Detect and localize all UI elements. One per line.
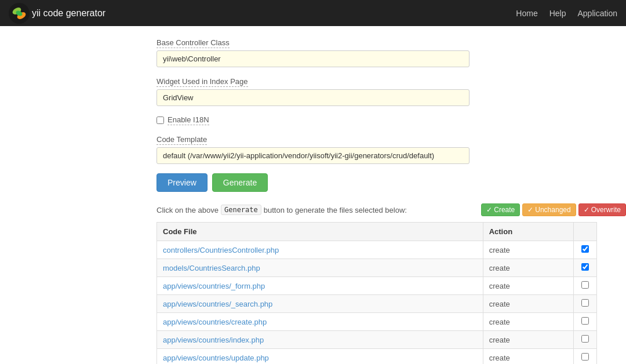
file-link[interactable]: app/views/countries/create.php xyxy=(163,318,267,326)
enable-i18n-label: Enable I18N xyxy=(168,115,209,125)
file-link[interactable]: models/CountriesSearch.php xyxy=(163,264,260,272)
file-link[interactable]: app/views/countries/_form.php xyxy=(163,282,265,290)
action-cell: create xyxy=(483,241,573,259)
generate-info-left: Click on the above Generate button to ge… xyxy=(156,205,407,215)
checkbox-cell xyxy=(574,295,597,313)
nav-help[interactable]: Help xyxy=(549,9,566,18)
files-table: Code File Action controllers/CountriesCo… xyxy=(156,222,597,364)
widget-group: Widget Used in Index Page xyxy=(156,77,626,106)
nav-home[interactable]: Home xyxy=(516,9,537,18)
code-template-input[interactable] xyxy=(156,147,470,164)
action-cell: create xyxy=(483,277,573,295)
row-checkbox[interactable] xyxy=(581,245,589,253)
col-header-file: Code File xyxy=(157,223,483,241)
code-template-label: Code Template xyxy=(156,135,207,145)
checkmark-unchanged-icon: ✓ xyxy=(527,206,533,214)
enable-i18n-checkbox[interactable] xyxy=(156,117,164,124)
file-link[interactable]: app/views/countries/update.php xyxy=(163,354,269,362)
widget-input[interactable] xyxy=(156,89,470,106)
action-cell: create xyxy=(483,295,573,313)
table-row: models/CountriesSearch.phpcreate xyxy=(157,259,597,277)
col-header-action: Action xyxy=(483,223,573,241)
checkmark-overwrite-icon: ✓ xyxy=(584,206,589,214)
checkbox-cell xyxy=(574,313,597,331)
nav-application[interactable]: Application xyxy=(578,9,618,18)
file-cell: app/views/countries/update.php xyxy=(157,349,483,365)
legend-create: ✓ Create xyxy=(481,203,520,216)
widget-label: Widget Used in Index Page xyxy=(156,77,248,87)
legend-overwrite: ✓ Overwrite xyxy=(578,203,626,216)
table-row: app/views/countries/index.phpcreate xyxy=(157,331,597,349)
code-template-group: Code Template xyxy=(156,134,626,164)
table-row: app/views/countries/update.phpcreate xyxy=(157,349,597,365)
generate-button[interactable]: Generate xyxy=(212,173,268,192)
action-cell: create xyxy=(483,259,573,277)
preview-button[interactable]: Preview xyxy=(156,173,208,192)
checkbox-cell xyxy=(574,259,597,277)
table-row: app/views/countries/_form.phpcreate xyxy=(157,277,597,295)
action-cell: create xyxy=(483,349,573,365)
generate-suffix: button to generate the files selected be… xyxy=(264,206,407,214)
enable-i18n-row: Enable I18N xyxy=(156,115,626,125)
action-buttons: Preview Generate xyxy=(156,173,626,192)
brand-logo: yii code generator xyxy=(9,3,105,24)
file-cell: app/views/countries/_form.php xyxy=(157,277,483,295)
action-cell: create xyxy=(483,313,573,331)
file-link[interactable]: controllers/CountriesController.php xyxy=(163,246,279,254)
generate-code-word: Generate xyxy=(221,205,261,215)
checkbox-cell xyxy=(574,349,597,365)
action-cell: create xyxy=(483,331,573,349)
file-cell: app/views/countries/create.php xyxy=(157,313,483,331)
navbar: yii code generator Home Help Application xyxy=(0,0,626,26)
row-checkbox[interactable] xyxy=(581,317,589,325)
table-row: app/views/countries/_search.phpcreate xyxy=(157,295,597,313)
base-controller-label: Base Controller Class xyxy=(156,38,230,48)
row-checkbox[interactable] xyxy=(581,353,589,361)
checkbox-cell xyxy=(574,277,597,295)
file-cell: models/CountriesSearch.php xyxy=(157,259,483,277)
table-row: app/views/countries/create.phpcreate xyxy=(157,313,597,331)
legend-badges: ✓ Create ✓ Unchanged ✓ Overwrite xyxy=(481,203,626,216)
checkbox-cell xyxy=(574,331,597,349)
main-content: Base Controller Class Widget Used in Ind… xyxy=(0,26,626,364)
row-checkbox[interactable] xyxy=(581,299,589,307)
checkmark-create-icon: ✓ xyxy=(486,206,492,214)
file-cell: controllers/CountriesController.php xyxy=(157,241,483,259)
file-link[interactable]: app/views/countries/_search.php xyxy=(163,300,272,308)
legend-unchanged: ✓ Unchanged xyxy=(522,203,576,216)
file-cell: app/views/countries/_search.php xyxy=(157,295,483,313)
navbar-nav: Home Help Application xyxy=(516,9,617,18)
row-checkbox[interactable] xyxy=(581,263,589,271)
row-checkbox[interactable] xyxy=(581,281,589,289)
base-controller-input[interactable] xyxy=(156,50,470,67)
col-header-checkbox xyxy=(574,223,597,241)
brand-text: yii code generator xyxy=(32,8,105,19)
checkbox-cell xyxy=(574,241,597,259)
base-controller-group: Base Controller Class xyxy=(156,38,626,67)
row-checkbox[interactable] xyxy=(581,335,589,343)
file-link[interactable]: app/views/countries/index.php xyxy=(163,336,264,344)
generate-info-row: Click on the above Generate button to ge… xyxy=(156,203,626,216)
table-row: controllers/CountriesController.phpcreat… xyxy=(157,241,597,259)
file-cell: app/views/countries/index.php xyxy=(157,331,483,349)
generate-prefix: Click on the above xyxy=(156,206,219,214)
